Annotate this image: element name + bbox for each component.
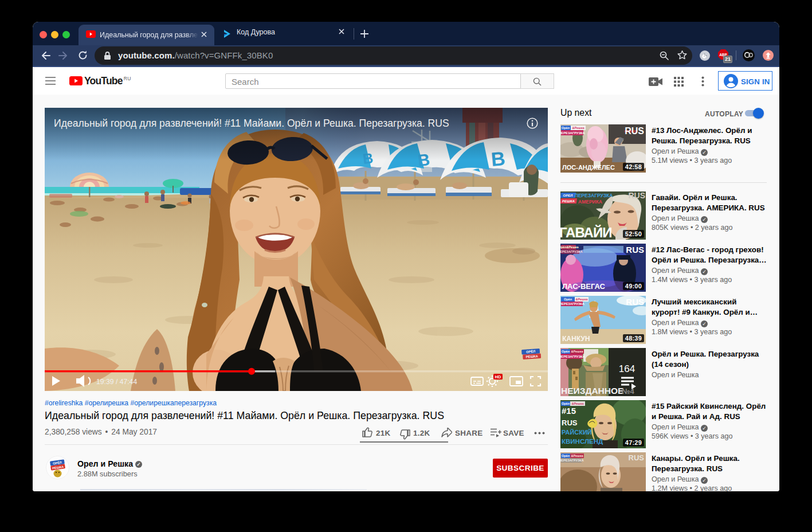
svg-text:&Решка: &Решка [576, 298, 589, 301]
svg-text:&Решка: &Решка [572, 126, 585, 130]
svg-text:RUS: RUS [626, 245, 644, 255]
svg-text:Орёл: Орёл [562, 350, 570, 353]
svg-text:&Решка: &Решка [571, 350, 584, 353]
svg-text:ЛАС-ВЕГАС: ЛАС-ВЕГАС [562, 282, 606, 291]
svg-text:RUS: RUS [628, 191, 645, 200]
svg-text:КВИНСЛЕНД: КВИНСЛЕНД [562, 438, 603, 445]
svg-text:ПЕРЕЗАГРУЗКА: ПЕРЕЗАГРУЗКА [560, 459, 584, 462]
svg-text:RUS: RUS [625, 126, 644, 136]
svg-text:ПЕРЕЗАГРУЗКА: ПЕРЕЗАГРУЗКА [575, 193, 613, 198]
svg-text:ПЕРЕЗАГРУЗКА: ПЕРЕЗАГРУЗКА [560, 302, 585, 306]
svg-text:ПЕРЕЗАГРУЗКА: ПЕРЕЗАГРУЗКА [560, 250, 583, 253]
svg-text:Орёл: Орёл [564, 298, 572, 301]
svg-text:№4: №4 [622, 387, 634, 396]
svg-text:Орёл: Орёл [562, 402, 570, 405]
svg-text:РАЙСКИЙ: РАЙСКИЙ [562, 429, 592, 436]
svg-text:HD: HD [495, 374, 501, 380]
svg-text:#15: #15 [562, 406, 576, 416]
svg-text:Идеальный город для развлечени: Идеальный город для развлечений! #11 Май… [54, 118, 449, 129]
svg-text:РЕШКА: РЕШКА [562, 200, 575, 203]
svg-text:&Решка: &Решка [571, 454, 584, 457]
svg-text:ОРЕЛ: ОРЕЛ [563, 194, 574, 197]
svg-text:RUS: RUS [629, 453, 645, 462]
svg-text:Орёл&Решка: Орёл&Решка [560, 245, 579, 249]
svg-text:КАНКУН: КАНКУН [562, 335, 590, 343]
svg-text:RUS: RUS [626, 297, 644, 307]
svg-text:&Решка: &Решка [572, 402, 585, 405]
svg-text:ПЕРЕЗАГРУЗКА: ПЕРЕЗАГРУЗКА [560, 355, 586, 358]
svg-text:19:39 / 47:44: 19:39 / 47:44 [96, 378, 137, 386]
svg-text:RUS: RUS [562, 418, 578, 427]
svg-text:КАНАРЫ: КАНАРЫ [561, 490, 602, 491]
svg-text:ПЕРЕЗАГРУЗКА: ПЕРЕЗАГРУЗКА [560, 131, 586, 135]
svg-text:ГАВАЙИ: ГАВАЙИ [560, 225, 611, 240]
svg-text:АМЕРИКА: АМЕРИКА [578, 199, 602, 205]
svg-text:Орёл: Орёл [562, 454, 570, 457]
svg-text:ОРЁЛ: ОРЁЛ [526, 350, 536, 354]
svg-text:ЛОС-АНДЖЕЛЕС: ЛОС-АНДЖЕЛЕС [562, 164, 615, 171]
svg-text:НЕИЗДАННОЕ: НЕИЗДАННОЕ [561, 386, 623, 396]
svg-text:Орёл: Орёл [562, 126, 570, 130]
svg-text:164: 164 [619, 363, 635, 374]
